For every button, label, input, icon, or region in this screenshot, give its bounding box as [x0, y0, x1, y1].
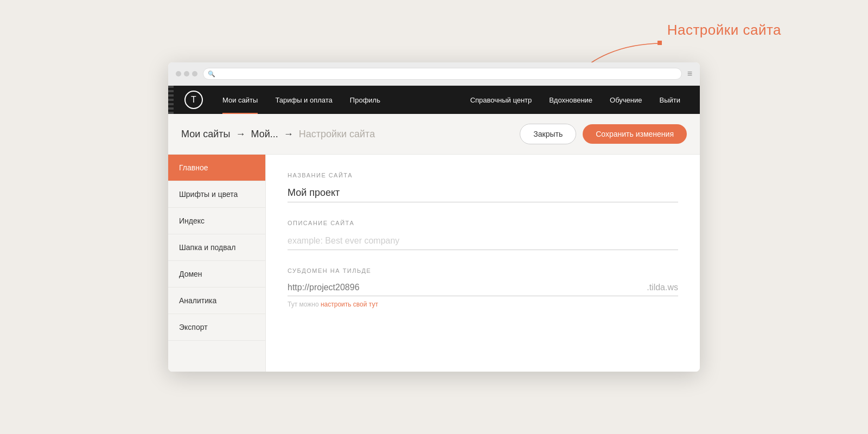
browser-dots	[176, 71, 197, 76]
breadcrumb-project[interactable]: Мой...	[251, 129, 278, 140]
sidebar-item-header-footer[interactable]: Шапка и подвал	[168, 234, 265, 261]
close-button[interactable]: Закрыть	[520, 124, 576, 144]
subdomain-group: СУБДОМЕН НА ТИЛЬДЕ .tilda.ws Тут можно н…	[288, 267, 678, 308]
browser-window: 🔍 ≡ T Мои сайты Тарифы и оплата Профиль …	[168, 62, 700, 372]
subdomain-label: СУБДОМЕН НА ТИЛЬДЕ	[288, 267, 678, 274]
nav-wave-decoration	[168, 86, 174, 114]
nav-links-right: Справочный центр Вдохновение Обучение Вы…	[462, 86, 689, 114]
browser-dot-3	[192, 71, 197, 76]
nav-link-tariffs[interactable]: Тарифы и оплата	[266, 86, 341, 114]
top-navigation: T Мои сайты Тарифы и оплата Профиль Спра…	[168, 86, 700, 114]
breadcrumb-arrow-1: →	[236, 129, 246, 140]
sidebar-item-index[interactable]: Индекс	[168, 208, 265, 234]
sidebar-item-analytics[interactable]: Аналитика	[168, 288, 265, 314]
subdomain-input-row: .tilda.ws	[288, 279, 678, 296]
browser-dot-2	[184, 71, 189, 76]
breadcrumb-bar: Мои сайты → Мой... → Настройки сайта Зак…	[168, 114, 700, 155]
browser-addressbar[interactable]: 🔍	[203, 68, 682, 80]
browser-chrome: 🔍 ≡	[168, 62, 700, 86]
breadcrumb-arrow-2: →	[284, 129, 293, 140]
nav-link-learning[interactable]: Обучение	[601, 86, 650, 114]
subdomain-hint: Тут можно настроить свой тут	[288, 301, 678, 308]
nav-link-inspiration[interactable]: Вдохновение	[540, 86, 601, 114]
annotation-label: Настройки сайта	[667, 22, 781, 39]
subdomain-input[interactable]	[288, 279, 642, 296]
site-name-label: НАЗВАНИЕ САЙТА	[288, 172, 678, 178]
search-icon: 🔍	[208, 71, 215, 78]
logo[interactable]: T	[184, 91, 203, 109]
site-name-input[interactable]	[288, 184, 678, 202]
breadcrumb-settings: Настройки сайта	[299, 129, 375, 140]
sidebar-item-main[interactable]: Главное	[168, 155, 265, 181]
nav-link-profile[interactable]: Профиль	[341, 86, 389, 114]
site-description-input[interactable]	[288, 232, 678, 250]
nav-link-help[interactable]: Справочный центр	[462, 86, 541, 114]
sidebar-item-domain[interactable]: Домен	[168, 261, 265, 288]
browser-menu-icon: ≡	[687, 69, 692, 79]
nav-links-left: Мои сайты Тарифы и оплата Профиль	[214, 86, 462, 114]
subdomain-suffix: .tilda.ws	[647, 283, 678, 292]
site-description-label: ОПИСАНИЕ САЙТА	[288, 220, 678, 226]
site-name-group: НАЗВАНИЕ САЙТА	[288, 172, 678, 202]
sidebar-item-export[interactable]: Экспорт	[168, 314, 265, 341]
main-content: Главное Шрифты и цвета Индекс Шапка и по…	[168, 155, 700, 372]
breadcrumb-my-sites[interactable]: Мои сайты	[181, 129, 231, 140]
save-button[interactable]: Сохранить изменения	[583, 124, 687, 144]
logo-text: T	[191, 95, 196, 105]
sidebar-item-fonts[interactable]: Шрифты и цвета	[168, 181, 265, 208]
nav-link-my-sites[interactable]: Мои сайты	[214, 86, 266, 114]
svg-rect-0	[658, 41, 662, 45]
annotation: Настройки сайта	[667, 22, 781, 39]
nav-link-logout[interactable]: Выйти	[651, 86, 690, 114]
settings-panel: НАЗВАНИЕ САЙТА ОПИСАНИЕ САЙТА СУБДОМЕН Н…	[266, 155, 700, 372]
sidebar: Главное Шрифты и цвета Индекс Шапка и по…	[168, 155, 266, 372]
browser-dot-1	[176, 71, 181, 76]
site-description-group: ОПИСАНИЕ САЙТА	[288, 220, 678, 250]
breadcrumb-actions: Закрыть Сохранить изменения	[520, 124, 687, 144]
subdomain-hint-link[interactable]: настроить свой тут	[321, 301, 378, 308]
